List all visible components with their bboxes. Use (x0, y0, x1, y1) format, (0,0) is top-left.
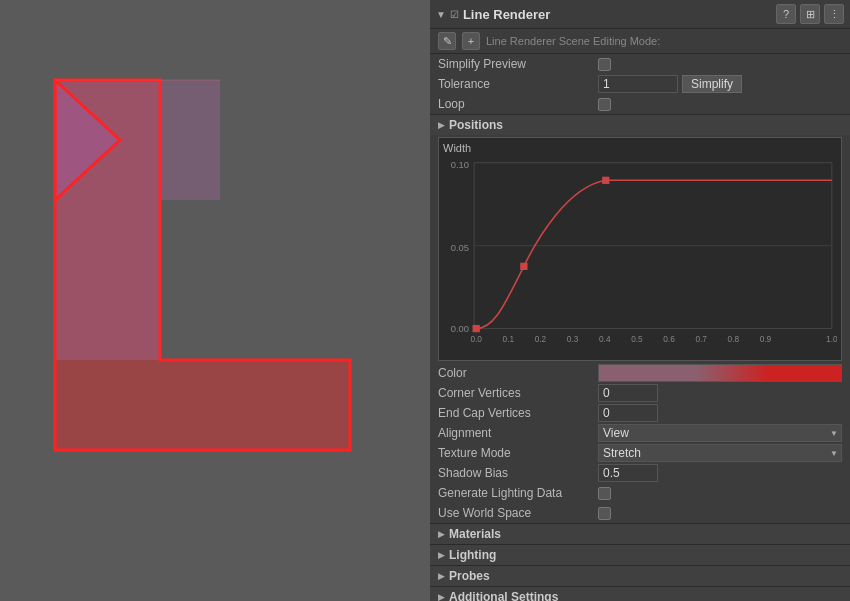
materials-section-header[interactable]: ▶ Materials (430, 523, 850, 544)
end-cap-vertices-input[interactable] (598, 404, 658, 422)
y-max-label: 0.10 (451, 160, 469, 170)
scene-editing-label: Line Renderer Scene Editing Mode: (486, 35, 660, 47)
tolerance-row: Tolerance Simplify (430, 74, 850, 94)
svg-text:0.5: 0.5 (631, 334, 643, 344)
shadow-bias-value (598, 464, 842, 482)
svg-text:1.0: 1.0 (826, 334, 837, 344)
generate-lighting-label: Generate Lighting Data (438, 486, 598, 500)
color-label: Color (438, 366, 598, 380)
positions-arrow-icon: ▶ (438, 120, 445, 130)
probes-section-header[interactable]: ▶ Probes (430, 565, 850, 586)
use-world-space-checkbox[interactable] (598, 507, 611, 520)
lighting-arrow-icon: ▶ (438, 550, 445, 560)
svg-rect-22 (603, 177, 609, 183)
loop-label: Loop (438, 97, 598, 111)
scene-edit-icon[interactable]: ✎ (438, 32, 456, 50)
end-cap-vertices-label: End Cap Vertices (438, 406, 598, 420)
simplify-preview-row: Simplify Preview (430, 54, 850, 74)
svg-text:0.6: 0.6 (663, 334, 675, 344)
width-chart: Width 0.10 0.05 0.00 0.0 0.1 0.2 0.3 0.4 (438, 137, 842, 361)
enable-checkbox[interactable]: ☑ (450, 9, 459, 20)
simplify-preview-label: Simplify Preview (438, 57, 598, 71)
color-value (598, 364, 842, 382)
svg-rect-20 (473, 325, 479, 331)
alignment-label: Alignment (438, 426, 598, 440)
materials-section-label: Materials (449, 527, 501, 541)
corner-vertices-input[interactable] (598, 384, 658, 402)
loop-value (598, 98, 842, 111)
generate-lighting-checkbox[interactable] (598, 487, 611, 500)
y-mid-label: 0.05 (451, 243, 469, 253)
chart-area[interactable]: 0.10 0.05 0.00 0.0 0.1 0.2 0.3 0.4 0.5 0… (443, 156, 837, 356)
svg-text:0.4: 0.4 (599, 334, 611, 344)
svg-text:0.1: 0.1 (503, 334, 515, 344)
svg-text:0.3: 0.3 (567, 334, 579, 344)
positions-section-header[interactable]: ▶ Positions (430, 114, 850, 135)
texture-mode-value: Stretch Tile DistributedPerSegment Repea… (598, 444, 842, 462)
add-scene-icon[interactable]: + (462, 32, 480, 50)
svg-text:0.8: 0.8 (728, 334, 740, 344)
simplify-preview-value (598, 58, 842, 71)
inspector-panel: ▼ ☑ Line Renderer ? ⊞ ⋮ ✎ + Line Rendere… (430, 0, 850, 601)
loop-row: Loop (430, 94, 850, 114)
loop-checkbox[interactable] (598, 98, 611, 111)
preset-button[interactable]: ⊞ (800, 4, 820, 24)
svg-text:0.0: 0.0 (470, 334, 482, 344)
probes-arrow-icon: ▶ (438, 571, 445, 581)
help-button[interactable]: ? (776, 4, 796, 24)
collapse-arrow-icon[interactable]: ▼ (436, 9, 446, 20)
y-min-label: 0.00 (451, 324, 469, 334)
chart-title: Width (443, 142, 837, 154)
shadow-bias-label: Shadow Bias (438, 466, 598, 480)
materials-arrow-icon: ▶ (438, 529, 445, 539)
lighting-section-header[interactable]: ▶ Lighting (430, 544, 850, 565)
additional-settings-arrow-icon: ▶ (438, 592, 445, 601)
simplify-preview-checkbox[interactable] (598, 58, 611, 71)
simplify-button[interactable]: Simplify (682, 75, 742, 93)
color-swatch[interactable] (598, 364, 842, 382)
svg-text:0.2: 0.2 (535, 334, 547, 344)
positions-section-label: Positions (449, 118, 503, 132)
shadow-bias-row: Shadow Bias (430, 463, 850, 483)
header-buttons: ? ⊞ ⋮ (776, 4, 844, 24)
color-row: Color (430, 363, 850, 383)
shadow-bias-input[interactable] (598, 464, 658, 482)
use-world-space-row: Use World Space (430, 503, 850, 523)
corner-vertices-label: Corner Vertices (438, 386, 598, 400)
menu-button[interactable]: ⋮ (824, 4, 844, 24)
alignment-value: View Local (598, 424, 842, 442)
component-header: ▼ ☑ Line Renderer ? ⊞ ⋮ (430, 0, 850, 29)
corner-vertices-value (598, 384, 842, 402)
additional-settings-section-header[interactable]: ▶ Additional Settings (430, 586, 850, 601)
use-world-space-value (598, 507, 842, 520)
tolerance-input[interactable] (598, 75, 678, 93)
alignment-row: Alignment View Local (430, 423, 850, 443)
tolerance-value: Simplify (598, 75, 842, 93)
svg-rect-21 (521, 263, 527, 269)
texture-mode-label: Texture Mode (438, 446, 598, 460)
end-cap-vertices-value (598, 404, 842, 422)
end-cap-vertices-row: End Cap Vertices (430, 403, 850, 423)
corner-vertices-row: Corner Vertices (430, 383, 850, 403)
texture-mode-select[interactable]: Stretch Tile DistributedPerSegment Repea… (598, 444, 842, 462)
generate-lighting-row: Generate Lighting Data (430, 483, 850, 503)
scene-view (0, 0, 430, 601)
svg-text:0.7: 0.7 (695, 334, 707, 344)
tolerance-label: Tolerance (438, 77, 598, 91)
svg-marker-2 (55, 80, 220, 360)
alignment-select[interactable]: View Local (598, 424, 842, 442)
additional-settings-section-label: Additional Settings (449, 590, 558, 601)
lighting-section-label: Lighting (449, 548, 496, 562)
texture-mode-row: Texture Mode Stretch Tile DistributedPer… (430, 443, 850, 463)
component-title: Line Renderer (463, 7, 772, 22)
use-world-space-label: Use World Space (438, 506, 598, 520)
svg-text:0.9: 0.9 (760, 334, 772, 344)
scene-editing-row: ✎ + Line Renderer Scene Editing Mode: (430, 29, 850, 54)
probes-section-label: Probes (449, 569, 490, 583)
generate-lighting-value (598, 487, 842, 500)
